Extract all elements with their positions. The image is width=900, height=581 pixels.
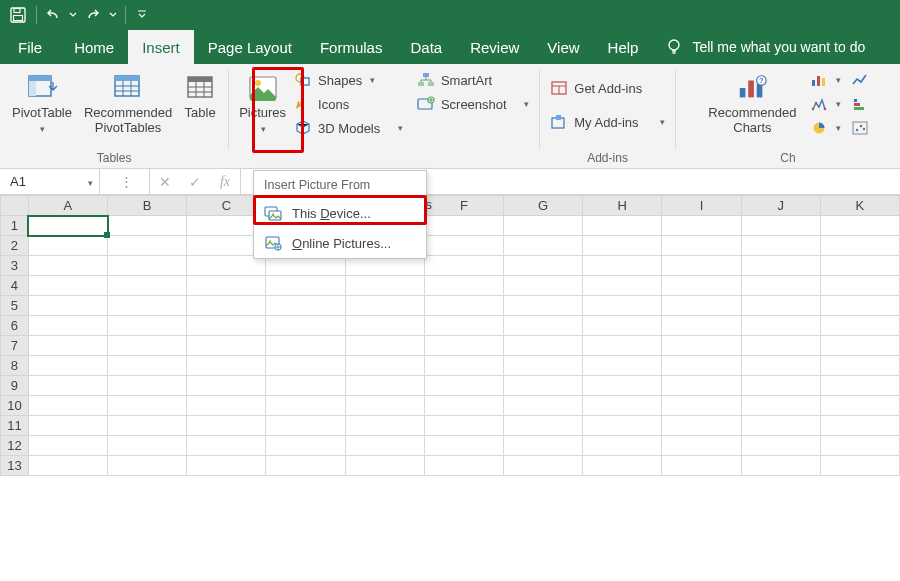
- cell[interactable]: [583, 296, 662, 316]
- cell[interactable]: [583, 216, 662, 236]
- cell[interactable]: [108, 216, 187, 236]
- cell[interactable]: [583, 356, 662, 376]
- cell[interactable]: [820, 416, 899, 436]
- save-button[interactable]: [6, 3, 30, 27]
- cell[interactable]: [741, 416, 820, 436]
- cell[interactable]: [266, 396, 345, 416]
- cell[interactable]: [108, 276, 187, 296]
- cell[interactable]: [345, 456, 424, 476]
- cell[interactable]: [741, 376, 820, 396]
- cell[interactable]: [424, 296, 503, 316]
- tab-data[interactable]: Data: [396, 30, 456, 64]
- pivottable-button[interactable]: PivotTable▾: [6, 68, 78, 140]
- cell[interactable]: [504, 216, 583, 236]
- 3d-models-button[interactable]: 3D Models ▾: [292, 118, 405, 138]
- chart-pie-button[interactable]: ▾: [808, 118, 843, 138]
- cell[interactable]: [108, 236, 187, 256]
- my-addins-button[interactable]: My Add-ins ▾: [548, 112, 667, 132]
- undo-dropdown-icon[interactable]: [67, 3, 79, 27]
- cell[interactable]: [820, 296, 899, 316]
- column-header[interactable]: B: [108, 196, 187, 216]
- cell[interactable]: [187, 356, 266, 376]
- cell[interactable]: [583, 336, 662, 356]
- cell[interactable]: [28, 376, 107, 396]
- chevron-down-icon[interactable]: ▾: [88, 178, 99, 188]
- cell[interactable]: [583, 256, 662, 276]
- cell[interactable]: [504, 356, 583, 376]
- cell[interactable]: [424, 276, 503, 296]
- cell[interactable]: [28, 256, 107, 276]
- tab-page-layout[interactable]: Page Layout: [194, 30, 306, 64]
- cell[interactable]: [266, 416, 345, 436]
- cell[interactable]: [820, 336, 899, 356]
- cell[interactable]: [108, 416, 187, 436]
- row-header[interactable]: 12: [1, 436, 29, 456]
- cell[interactable]: [424, 236, 503, 256]
- cell[interactable]: [28, 456, 107, 476]
- cell[interactable]: [820, 456, 899, 476]
- cell[interactable]: [266, 336, 345, 356]
- tab-insert[interactable]: Insert: [128, 30, 194, 64]
- cell[interactable]: [741, 356, 820, 376]
- cell[interactable]: [662, 316, 741, 336]
- screenshot-button[interactable]: Screenshot ▾: [415, 94, 531, 114]
- cell[interactable]: [187, 336, 266, 356]
- chart-hierarchy-button[interactable]: ▾: [808, 94, 843, 114]
- tab-file[interactable]: File: [8, 30, 60, 64]
- chart-line-button[interactable]: [849, 70, 871, 90]
- cell[interactable]: [504, 436, 583, 456]
- cell[interactable]: [28, 396, 107, 416]
- tab-formulas[interactable]: Formulas: [306, 30, 397, 64]
- cell[interactable]: [424, 456, 503, 476]
- cell[interactable]: [583, 236, 662, 256]
- cell[interactable]: [504, 256, 583, 276]
- name-box-menu[interactable]: ⋮: [100, 169, 150, 194]
- cell[interactable]: [187, 416, 266, 436]
- column-header[interactable]: A: [28, 196, 107, 216]
- cell[interactable]: [424, 356, 503, 376]
- cell[interactable]: [345, 276, 424, 296]
- cell[interactable]: [504, 456, 583, 476]
- row-header[interactable]: 8: [1, 356, 29, 376]
- cell[interactable]: [662, 416, 741, 436]
- cell[interactable]: [583, 276, 662, 296]
- cell[interactable]: [741, 256, 820, 276]
- cell[interactable]: [820, 256, 899, 276]
- cell[interactable]: [820, 216, 899, 236]
- row-header[interactable]: 1: [1, 216, 29, 236]
- row-header[interactable]: 3: [1, 256, 29, 276]
- tab-view[interactable]: View: [533, 30, 593, 64]
- cell[interactable]: [28, 336, 107, 356]
- cell[interactable]: [662, 296, 741, 316]
- chart-column-button[interactable]: [849, 94, 871, 114]
- cell[interactable]: [820, 436, 899, 456]
- cell[interactable]: [108, 356, 187, 376]
- this-device-item[interactable]: This Device...: [254, 198, 426, 228]
- cell[interactable]: [266, 376, 345, 396]
- cell[interactable]: [820, 276, 899, 296]
- insert-function-button[interactable]: fx: [210, 174, 240, 190]
- cell[interactable]: [583, 316, 662, 336]
- cell[interactable]: [28, 236, 107, 256]
- cell[interactable]: [424, 416, 503, 436]
- online-pictures-item[interactable]: Online Pictures...: [254, 228, 426, 258]
- cell[interactable]: [504, 416, 583, 436]
- recommended-pivottables-button[interactable]: Recommended PivotTables: [78, 68, 178, 140]
- cell[interactable]: [108, 256, 187, 276]
- cell[interactable]: [504, 396, 583, 416]
- row-header[interactable]: 10: [1, 396, 29, 416]
- cell[interactable]: [741, 236, 820, 256]
- undo-button[interactable]: [41, 3, 65, 27]
- cell[interactable]: [187, 436, 266, 456]
- tab-home[interactable]: Home: [60, 30, 128, 64]
- qat-customize-button[interactable]: [130, 3, 154, 27]
- cell[interactable]: [504, 316, 583, 336]
- column-header[interactable]: K: [820, 196, 899, 216]
- redo-button[interactable]: [81, 3, 105, 27]
- smartart-button[interactable]: SmartArt: [415, 70, 531, 90]
- row-header[interactable]: 5: [1, 296, 29, 316]
- cell[interactable]: [345, 436, 424, 456]
- row-header[interactable]: 2: [1, 236, 29, 256]
- cell[interactable]: [662, 456, 741, 476]
- tab-help[interactable]: Help: [594, 30, 653, 64]
